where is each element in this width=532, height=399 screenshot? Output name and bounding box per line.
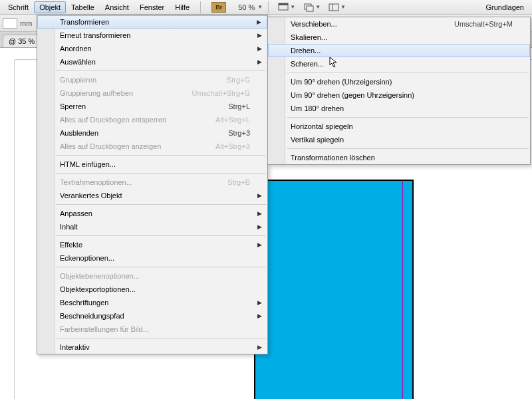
menu-item-label: Verankertes Objekt [60,192,122,200]
object-menu-item[interactable]: AusblendenStrg+3 [37,126,267,140]
menubar: Schrift Objekt Tabelle Ansicht Fenster H… [0,0,532,15]
object-menu-item: Alles auf Druckbogen anzeigenAlt+Strg+3 [37,140,267,153]
menu-item-label: Effekte [60,241,82,249]
menu-item-label: Objektebenenoptionen... [60,272,140,280]
menu-shortcut: Strg+B [227,178,250,186]
menu-item-label: Textrahmenoptionen... [60,178,132,186]
object-menu-item[interactable]: Verankertes Objekt▶ [37,189,267,202]
menu-schrift[interactable]: Schrift [3,1,34,13]
menu-item-label: Ausblenden [60,129,98,137]
object-menu-item[interactable]: Anordnen▶ [37,42,267,55]
menu-item-label: Beschneidungspfad [60,312,124,320]
submenu-arrow-icon: ▶ [257,223,262,230]
menu-item-label: Eckenoptionen... [60,254,114,262]
menu-shortcut: Strg+G [227,76,250,84]
object-menu-item[interactable]: Interaktiv▶ [37,340,267,354]
menu-item-label: Erneut transformieren [60,31,130,39]
menu-shortcut: Strg+3 [228,129,250,137]
selected-object[interactable] [254,180,414,399]
object-menu-item: Gruppierung aufhebenUmschalt+Strg+G [37,86,267,100]
menu-tabelle[interactable]: Tabelle [66,1,100,13]
object-menu-item[interactable]: Beschriftungen▶ [37,296,267,309]
transform-submenu-item[interactable]: Vertikal spiegeln [268,133,530,146]
transform-submenu-item[interactable]: Um 180° drehen [268,102,530,115]
svg-rect-4 [329,4,338,11]
object-menu-item[interactable]: Objektexportoptionen... [37,283,267,296]
submenu-arrow-icon: ▶ [257,19,261,25]
menu-separator [56,235,266,236]
object-menu-item[interactable]: Erneut transformieren▶ [37,29,267,42]
menu-objekt[interactable]: Objekt [34,1,66,13]
menu-item-label: Alles auf Druckbogen entsperren [60,116,166,124]
zoom-level[interactable]: 50 % [238,3,255,11]
y-field[interactable] [3,18,17,29]
menu-separator [56,204,266,205]
submenu-arrow-icon: ▶ [257,45,262,52]
menu-separator [287,72,529,73]
object-menu-item[interactable]: Eckenoptionen... [37,251,267,265]
menu-separator [56,267,266,267]
menu-item-label: Beschriftungen [60,299,108,307]
menu-shortcut: Umschalt+Strg+G [192,89,250,97]
menu-fenster[interactable]: Fenster [134,1,170,13]
screen-mode-icon[interactable]: ▼ [278,3,295,12]
object-menu-item[interactable]: Inhalt▶ [37,220,267,233]
menu-separator [56,338,266,338]
object-menu-item[interactable]: Auswählen▶ [37,55,267,68]
transform-submenu-item[interactable]: Verschieben...Umschalt+Strg+M [268,17,530,31]
menu-ansicht[interactable]: Ansicht [100,1,134,13]
menu-item-label: Gruppierung aufheben [60,89,133,97]
transform-submenu-item[interactable]: Horizontal spiegeln [268,120,530,133]
submenu-arrow-icon: ▶ [257,192,262,199]
separator [200,1,201,13]
object-menu-item[interactable]: Effekte▶ [37,238,267,251]
menu-item-label: Gruppieren [60,76,96,84]
menu-item-label: Inhalt [60,223,78,231]
submenu-arrow-icon: ▶ [257,299,262,306]
menu-item-label: Um 90° drehen (Uhrzeigersinn) [291,78,392,86]
object-menu-item[interactable]: Beschneidungspfad▶ [37,309,267,323]
arrange-windows-icon[interactable]: ▼ [303,3,321,12]
submenu-arrow-icon: ▶ [257,344,262,350]
transform-submenu-item[interactable]: Drehen... [268,44,530,57]
menu-shortcut: Umschalt+Strg+M [454,20,513,28]
menu-item-label: Anpassen [60,209,92,217]
submenu-arrow-icon: ▶ [257,210,262,217]
menu-item-label: Transformationen löschen [291,154,375,162]
object-menu-item[interactable]: Anpassen▶ [37,207,267,220]
workspace-label[interactable]: Grundlagen [481,1,530,13]
transform-submenu-item[interactable]: Um 90° drehen (gegen Uhrzeigersinn) [268,88,530,102]
zoom-caret-icon[interactable]: ▼ [257,4,263,10]
transform-submenu-item[interactable]: Transformationen löschen [268,151,530,164]
document-tab[interactable]: @ 35 % [3,35,41,47]
object-menu-item: Alles auf Druckbogen entsperrenAlt+Strg+… [37,113,267,126]
transform-submenu-item[interactable]: Scheren... [268,57,530,70]
menu-separator [287,117,529,118]
object-menu-item[interactable]: Transformieren▶ [37,15,267,29]
menu-separator [56,173,266,174]
menu-item-label: Farbeinstellungen für Bild... [60,325,149,333]
transform-submenu-item[interactable]: Um 90° drehen (Uhrzeigersinn) [268,75,530,88]
menu-item-label: Anordnen [60,45,92,53]
menu-separator [56,155,266,156]
menu-item-label: Alles auf Druckbogen anzeigen [60,142,161,150]
view-options-icon[interactable]: ▼ [329,3,346,12]
menu-hilfe[interactable]: Hilfe [170,1,195,13]
menu-separator [56,70,266,71]
transform-submenu-item[interactable]: Skalieren... [268,31,530,44]
object-menu-item[interactable]: HTML einfügen... [37,158,267,171]
object-menu-item: Textrahmenoptionen...Strg+B [37,176,267,189]
menu-item-label: Um 180° drehen [291,104,344,112]
menu-item-label: Um 90° drehen (gegen Uhrzeigersinn) [291,91,414,99]
menu-item-label: Skalieren... [291,33,327,41]
bridge-button[interactable]: Br [211,2,226,13]
vertical-ruler [0,60,15,399]
object-menu-item[interactable]: SperrenStrg+L [37,100,267,113]
menu-item-label: Drehen... [291,47,321,55]
object-menu-item: Objektebenenoptionen... [37,269,267,283]
menu-shortcut: Strg+L [228,102,250,110]
menu-shortcut: Alt+Strg+L [215,116,250,124]
submenu-arrow-icon: ▶ [257,241,262,248]
submenu-arrow-icon: ▶ [257,313,262,319]
menu-item-label: Vertikal spiegeln [291,136,344,144]
